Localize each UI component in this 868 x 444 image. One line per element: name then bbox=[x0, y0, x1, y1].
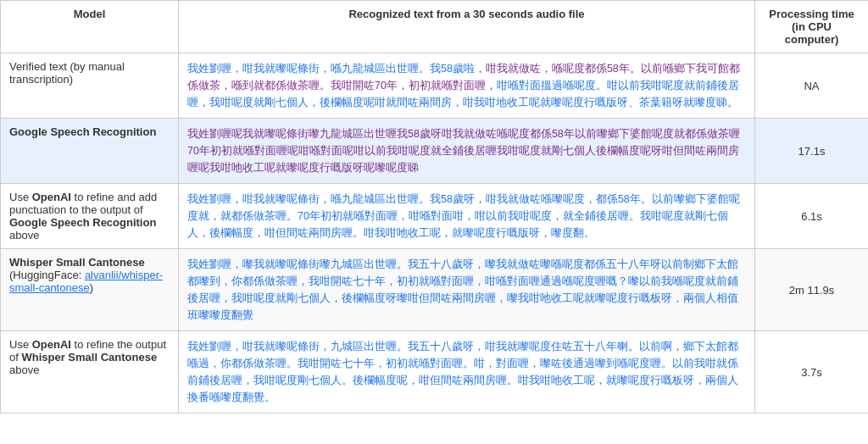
recognized-text-cell: 我姓劉喱，嚟我就嚟呢條街嚟九城區出世喱。我五十八歲呀，嚟我就做咗嚟喺呢度都係五十… bbox=[179, 249, 755, 331]
model-cell: Verified text (by manual transcription) bbox=[1, 53, 179, 119]
processing-time-cell: NA bbox=[755, 53, 869, 119]
recognized-text-cell: 我姓劉喱，咁我就嚟呢條街，九城區出世喱。我五十八歲呀，咁我就嚟呢度住咗五十八年喇… bbox=[179, 331, 755, 413]
recognized-text-cell: 我姓劉喱呢我就嚟呢條街嚟九龍城區出世喱我58歲呀咁我就做咗喺呢度都係58年以前嚟… bbox=[179, 119, 755, 184]
processing-time-cell: 2m 11.9s bbox=[755, 249, 869, 331]
table-row: Use OpenAI to refine the output of Whisp… bbox=[1, 331, 869, 413]
table-row: Use OpenAI to refine and add punctuation… bbox=[1, 184, 869, 249]
recognized-text-cell: 我姓劉喱，咁我就嚟呢條街，喺九龍城區出世喱。我58歲呀，咁我就做咗喺嚟呢度，都係… bbox=[179, 184, 755, 249]
table-row: Whisper Small Cantonese(HuggingFace: alv… bbox=[1, 249, 869, 331]
table-row: Verified text (by manual transcription)我… bbox=[1, 53, 869, 119]
model-cell: Use OpenAI to refine the output of Whisp… bbox=[1, 331, 179, 413]
header-processing-time: Processing time (in CPU computer) bbox=[755, 1, 869, 53]
processing-time-cell: 6.1s bbox=[755, 184, 869, 249]
whisper-link[interactable]: alvanlii/whisper-small-cantonese bbox=[9, 269, 163, 294]
header-model: Model bbox=[1, 1, 179, 53]
processing-time-cell: 17.1s bbox=[755, 119, 869, 184]
processing-time-cell: 3.7s bbox=[755, 331, 869, 413]
model-cell: Google Speech Recognition bbox=[1, 119, 179, 184]
header-recognized-text: Recognized text from a 30 seconds audio … bbox=[179, 1, 755, 53]
model-cell: Use OpenAI to refine and add punctuation… bbox=[1, 184, 179, 249]
recognized-text-cell: 我姓劉喱，咁我就嚟呢條街，喺九龍城區出世喱。我58歲啦，咁我就做咗，喺呢度都係5… bbox=[179, 53, 755, 119]
model-cell: Whisper Small Cantonese(HuggingFace: alv… bbox=[1, 249, 179, 331]
table-row: Google Speech Recognition我姓劉喱呢我就嚟呢條街嚟九龍城… bbox=[1, 119, 869, 184]
